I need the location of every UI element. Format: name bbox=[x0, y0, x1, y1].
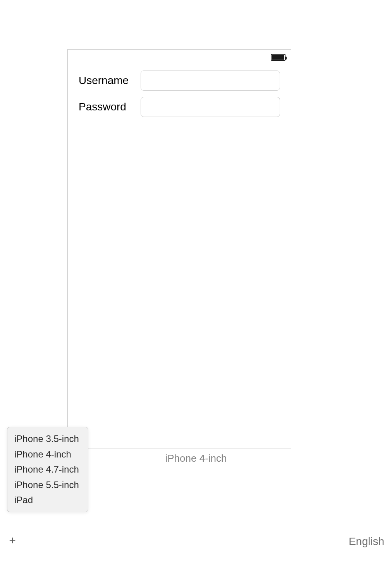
device-size-menu: iPhone 3.5-inch iPhone 4-inch iPhone 4.7… bbox=[7, 427, 88, 512]
username-row: Username bbox=[79, 70, 280, 91]
device-menu-item[interactable]: iPhone 3.5-inch bbox=[7, 431, 88, 447]
login-form: Username Password bbox=[68, 50, 291, 117]
device-menu-item[interactable]: iPhone 5.5-inch bbox=[7, 477, 88, 493]
password-label: Password bbox=[79, 101, 141, 113]
device-menu-item[interactable]: iPad bbox=[7, 492, 88, 508]
password-row: Password bbox=[79, 97, 280, 117]
username-input[interactable] bbox=[141, 70, 280, 91]
language-selector[interactable]: English bbox=[349, 535, 384, 548]
battery-icon bbox=[271, 53, 285, 61]
password-input[interactable] bbox=[141, 97, 280, 117]
add-button[interactable]: ＋ bbox=[7, 535, 18, 545]
status-bar bbox=[271, 53, 285, 61]
device-menu-item[interactable]: iPhone 4.7-inch bbox=[7, 462, 88, 477]
username-label: Username bbox=[79, 74, 141, 87]
device-menu-item[interactable]: iPhone 4-inch bbox=[7, 447, 88, 462]
device-preview-frame: Username Password bbox=[67, 49, 291, 449]
window-divider bbox=[0, 3, 392, 3]
